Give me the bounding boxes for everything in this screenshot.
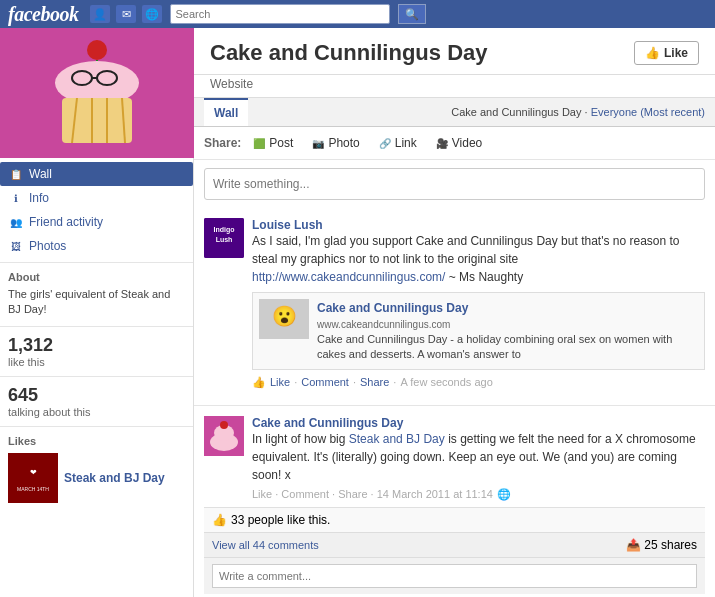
steak-bj-thumb: ❤ MARCH 14TH bbox=[8, 453, 58, 503]
share-icon-small: 📤 bbox=[626, 538, 641, 552]
write-comment-input[interactable] bbox=[212, 564, 697, 588]
link-preview-content: Cake and Cunnilingus Day www.cakeandcunn… bbox=[317, 299, 698, 363]
about-section: About The girls' equivalent of Steak and… bbox=[0, 263, 193, 327]
svg-point-1 bbox=[87, 40, 107, 60]
post-2-content: Cake and Cunnilingus Day In light of how… bbox=[252, 416, 705, 501]
post-cake-day: Cake and Cunnilingus Day In light of how… bbox=[194, 406, 715, 597]
search-input[interactable] bbox=[170, 4, 390, 24]
page-container: 📋 Wall ℹ Info 👥 Friend activity 🖼 Photos… bbox=[0, 28, 715, 597]
share-post-button[interactable]: 🟩 Post bbox=[245, 133, 300, 153]
talking-section: 645 talking about this bbox=[0, 377, 193, 427]
link-desc: Cake and Cunnilingus Day - a holiday com… bbox=[317, 332, 698, 363]
post-2-likes-count: 33 people like this. bbox=[231, 513, 330, 527]
link-url: www.cakeandcunnilingus.com bbox=[317, 317, 698, 332]
wall-tabs: Wall Cake and Cunnilingus Day · Everyone… bbox=[194, 97, 715, 127]
wall-filter: Cake and Cunnilingus Day · Everyone (Mos… bbox=[451, 106, 705, 118]
top-nav: facebook 👤 ✉ 🌐 🔍 bbox=[0, 0, 715, 28]
share-label: Share: bbox=[204, 136, 241, 150]
post-1-link[interactable]: http://www.cakeandcunnilingus.com/ bbox=[252, 270, 445, 284]
post-1-share[interactable]: Share bbox=[360, 376, 389, 388]
post-2-actions-text: Like · Comment · Share · 14 March 2011 a… bbox=[252, 488, 493, 500]
likes-count: 1,312 bbox=[8, 335, 185, 356]
wall-tab[interactable]: Wall bbox=[204, 98, 248, 126]
likes-item-name: Steak and BJ Day bbox=[64, 471, 165, 485]
thumbsup-likes-icon: 👍 bbox=[212, 513, 227, 527]
likes-section: Likes ❤ MARCH 14TH Steak and BJ Day bbox=[0, 427, 193, 511]
write-something-box[interactable] bbox=[204, 168, 705, 200]
wall-icon: 📋 bbox=[8, 166, 24, 182]
video-icon: 🎥 bbox=[435, 136, 449, 150]
likes-label: like this bbox=[8, 356, 185, 368]
post-louise-lush: Indigo Lush Louise Lush As I said, I'm g… bbox=[194, 208, 715, 406]
like-button[interactable]: 👍 Like bbox=[634, 41, 699, 65]
nav-icons: 👤 ✉ 🌐 bbox=[90, 5, 162, 23]
svg-text:Indigo: Indigo bbox=[214, 226, 235, 234]
sidebar-nav: 📋 Wall ℹ Info 👥 Friend activity 🖼 Photos bbox=[0, 158, 193, 263]
messages-nav-icon[interactable]: ✉ bbox=[116, 5, 136, 23]
post-1-comment[interactable]: Comment bbox=[301, 376, 349, 388]
cake-day-avatar bbox=[204, 416, 244, 456]
post-2-author[interactable]: Cake and Cunnilingus Day bbox=[252, 416, 705, 430]
globe-nav-icon[interactable]: 🌐 bbox=[142, 5, 162, 23]
main-content: Cake and Cunnilingus Day 👍 Like Website … bbox=[194, 28, 715, 597]
info-icon: ℹ bbox=[8, 190, 24, 206]
filter-link[interactable]: Everyone (Most recent) bbox=[591, 106, 705, 118]
share-bar: Share: 🟩 Post 📷 Photo 🔗 Link 🎥 Video bbox=[194, 127, 715, 160]
post-2-likes-bar: 👍 33 people like this. bbox=[204, 507, 705, 532]
link-preview-img: 😮 bbox=[259, 299, 309, 339]
post-1-content: Louise Lush As I said, I'm glad you supp… bbox=[252, 218, 705, 389]
page-header: Cake and Cunnilingus Day 👍 Like bbox=[194, 28, 715, 75]
svg-text:❤: ❤ bbox=[30, 468, 37, 477]
louise-lush-avatar: Indigo Lush bbox=[204, 218, 244, 258]
svg-text:MARCH 14TH: MARCH 14TH bbox=[17, 486, 49, 492]
link-icon: 🔗 bbox=[378, 136, 392, 150]
view-all-comments[interactable]: View all 44 comments bbox=[212, 539, 319, 551]
left-sidebar: 📋 Wall ℹ Info 👥 Friend activity 🖼 Photos… bbox=[0, 28, 194, 597]
sidebar-item-photos[interactable]: 🖼 Photos bbox=[0, 234, 193, 258]
post-1-header: Indigo Lush Louise Lush As I said, I'm g… bbox=[204, 218, 705, 389]
talking-count: 645 bbox=[8, 385, 185, 406]
friends-icon: 👥 bbox=[8, 214, 24, 230]
post-2-body: In light of how big Steak and BJ Day is … bbox=[252, 430, 705, 484]
post-1-body: As I said, I'm glad you support Cake and… bbox=[252, 232, 705, 370]
page-subtitle: Website bbox=[194, 75, 715, 97]
comment-section bbox=[204, 557, 705, 594]
sidebar-item-wall[interactable]: 📋 Wall bbox=[0, 162, 193, 186]
facebook-logo: facebook bbox=[8, 3, 78, 26]
search-button[interactable]: 🔍 bbox=[398, 4, 426, 24]
link-title[interactable]: Cake and Cunnilingus Day bbox=[317, 299, 698, 317]
write-something-input[interactable] bbox=[205, 169, 704, 199]
post-1-like[interactable]: Like bbox=[270, 376, 290, 388]
photo-icon: 📷 bbox=[311, 136, 325, 150]
cupcake-svg bbox=[17, 28, 177, 158]
likes-item[interactable]: ❤ MARCH 14TH Steak and BJ Day bbox=[8, 453, 185, 503]
profile-image bbox=[0, 28, 194, 158]
svg-point-23 bbox=[220, 421, 228, 429]
svg-rect-12 bbox=[8, 453, 58, 503]
post-2-body-link[interactable]: Steak and BJ Day bbox=[349, 432, 445, 446]
post-1-author[interactable]: Louise Lush bbox=[252, 218, 705, 232]
post-2-shares-count: 25 shares bbox=[644, 538, 697, 552]
stats-section: 1,312 like this bbox=[0, 327, 193, 377]
post-1-actions: 👍 Like · Comment · Share · A few seconds… bbox=[252, 376, 705, 389]
page-title: Cake and Cunnilingus Day bbox=[210, 40, 622, 66]
share-link-button[interactable]: 🔗 Link bbox=[371, 133, 424, 153]
post-2-header: Cake and Cunnilingus Day In light of how… bbox=[204, 416, 705, 501]
post-icon: 🟩 bbox=[252, 136, 266, 150]
svg-text:Lush: Lush bbox=[216, 236, 233, 243]
globe-icon-small: 🌐 bbox=[497, 488, 511, 501]
sidebar-item-info[interactable]: ℹ Info bbox=[0, 186, 193, 210]
share-video-button[interactable]: 🎥 Video bbox=[428, 133, 489, 153]
photos-icon: 🖼 bbox=[8, 238, 24, 254]
link-preview: 😮 Cake and Cunnilingus Day www.cakeandcu… bbox=[252, 292, 705, 370]
friends-nav-icon[interactable]: 👤 bbox=[90, 5, 110, 23]
thumbsup-mini-icon: 👍 bbox=[252, 376, 266, 389]
post-2-actions: Like · Comment · Share · 14 March 2011 a… bbox=[252, 488, 705, 501]
share-photo-button[interactable]: 📷 Photo bbox=[304, 133, 366, 153]
about-title: About bbox=[8, 271, 185, 283]
sidebar-item-friend-activity[interactable]: 👥 Friend activity bbox=[0, 210, 193, 234]
likes-section-title: Likes bbox=[8, 435, 185, 447]
thumbs-up-icon: 👍 bbox=[645, 46, 660, 60]
talking-label: talking about this bbox=[8, 406, 185, 418]
post-1-time: A few seconds ago bbox=[400, 376, 492, 388]
